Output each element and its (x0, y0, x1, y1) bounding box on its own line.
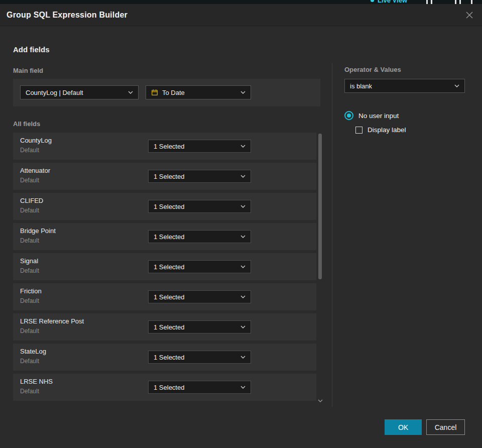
field-selection-dropdown[interactable]: 1 Selected (148, 290, 251, 303)
field-name: Signal (20, 257, 38, 265)
field-name: CLIFED (20, 197, 43, 204)
date-field-select-value: To Date (162, 89, 185, 96)
chevron-down-icon (240, 205, 246, 208)
field-selection-dropdown[interactable]: 1 Selected (148, 200, 251, 213)
field-subtitle: Default (20, 147, 39, 154)
chevron-down-icon (240, 145, 246, 148)
field-selection-value: 1 Selected (154, 263, 184, 271)
field-selection-value: 1 Selected (154, 233, 184, 241)
field-subtitle: Default (20, 297, 39, 304)
date-field-select[interactable]: To Date (146, 85, 251, 99)
field-selection-dropdown[interactable]: 1 Selected (148, 140, 251, 153)
field-subtitle: Default (20, 388, 39, 395)
field-name: Friction (20, 287, 42, 295)
screen: Live View Group SQL Expression Builder A… (0, 0, 482, 448)
scrollbar-thumb[interactable] (318, 134, 322, 279)
checkbox-label: Display label (368, 126, 406, 134)
display-label-checkbox[interactable]: Display label (355, 126, 406, 134)
all-fields-label: All fields (13, 120, 40, 128)
field-subtitle: Default (20, 358, 39, 365)
field-name: LRSE Reference Post (20, 317, 84, 325)
field-subtitle: Default (20, 327, 39, 334)
toolbar-bar-icon[interactable] (455, 0, 456, 4)
chevron-down-icon (454, 84, 459, 87)
field-selection-dropdown[interactable]: 1 Selected (148, 170, 251, 183)
chevron-down-icon (240, 265, 246, 268)
field-name: CountyLog (20, 137, 52, 144)
dialog-title: Group SQL Expression Builder (7, 11, 128, 20)
field-row-clifed: CLIFED Default 1 Selected (13, 193, 316, 220)
field-selection-value: 1 Selected (154, 203, 184, 210)
dialog-header: Group SQL Expression Builder (0, 4, 482, 26)
main-field-select[interactable]: CountyLog | Default (20, 85, 139, 99)
toolbar-bar-icon[interactable] (471, 0, 472, 4)
main-field-label: Main field (13, 67, 43, 74)
no-user-input-radio[interactable]: No user input (344, 111, 399, 120)
all-fields-list: CountyLog Default 1 Selected Attenuator … (13, 133, 316, 404)
field-row-countylog: CountyLog Default 1 Selected (13, 133, 316, 160)
field-selection-value: 1 Selected (154, 384, 184, 391)
chevron-down-icon (240, 295, 246, 298)
operator-select[interactable]: is blank (344, 79, 465, 93)
chevron-down-icon (240, 175, 246, 178)
field-subtitle: Default (20, 207, 39, 214)
live-view-label: Live View (378, 0, 407, 4)
field-selection-dropdown[interactable]: 1 Selected (148, 351, 251, 364)
field-selection-dropdown[interactable]: 1 Selected (148, 381, 251, 394)
close-icon[interactable] (465, 11, 474, 20)
field-selection-value: 1 Selected (154, 323, 184, 331)
field-row-lrse-reference-post: LRSE Reference Post Default 1 Selected (13, 313, 316, 341)
live-view-indicator[interactable]: Live View (371, 0, 407, 4)
live-dot-icon (371, 0, 374, 2)
field-row-signal: Signal Default 1 Selected (13, 253, 316, 280)
scrollbar-down-arrow-icon[interactable] (317, 396, 323, 405)
field-subtitle: Default (20, 267, 39, 274)
field-row-attenuator: Attenuator Default 1 Selected (13, 163, 316, 190)
field-name: Attenuator (20, 167, 50, 174)
field-selection-value: 1 Selected (154, 293, 184, 301)
section-title: Add fields (13, 45, 50, 54)
chevron-down-icon (240, 91, 246, 94)
field-name: StateLog (20, 348, 46, 355)
toolbar-bar-icon[interactable] (459, 0, 461, 4)
app-top-bar: Live View (0, 0, 482, 4)
field-selection-value: 1 Selected (154, 143, 184, 150)
field-selection-dropdown[interactable]: 1 Selected (148, 260, 251, 273)
field-name: Bridge Point (20, 227, 56, 235)
radio-label: No user input (358, 112, 399, 120)
column-divider (332, 63, 332, 407)
calendar-icon (151, 89, 158, 96)
chevron-down-icon (240, 356, 246, 359)
field-selection-dropdown[interactable]: 1 Selected (148, 230, 251, 243)
checkbox-unchecked-icon (355, 127, 363, 134)
chevron-down-icon (240, 325, 246, 328)
field-subtitle: Default (20, 177, 39, 184)
field-subtitle: Default (20, 237, 39, 244)
operator-select-value: is blank (350, 82, 372, 90)
toolbar-bar-icon[interactable] (426, 0, 428, 4)
main-field-panel: CountyLog | Default To Date (13, 79, 320, 106)
radio-selected-icon (344, 111, 353, 120)
field-selection-value: 1 Selected (154, 354, 184, 361)
field-row-friction: Friction Default 1 Selected (13, 283, 316, 310)
field-row-lrse-nhs: LRSE NHS Default 1 Selected (13, 374, 316, 401)
chevron-down-icon (128, 91, 133, 94)
operator-values-label: Operator & Values (344, 66, 401, 73)
group-sql-expression-builder-dialog: Group SQL Expression Builder Add fields … (0, 4, 482, 448)
field-selection-value: 1 Selected (154, 173, 184, 180)
toolbar-bar-icon[interactable] (431, 0, 432, 4)
field-row-statelog: StateLog Default 1 Selected (13, 344, 316, 371)
field-row-bridge-point: Bridge Point Default 1 Selected (13, 223, 316, 250)
field-selection-dropdown[interactable]: 1 Selected (148, 320, 251, 333)
ok-button[interactable]: OK (385, 419, 422, 435)
field-name: LRSE NHS (20, 378, 53, 385)
chevron-down-icon (240, 235, 246, 238)
cancel-button[interactable]: Cancel (426, 419, 465, 435)
main-field-select-value: CountyLog | Default (26, 89, 83, 96)
chevron-down-icon (240, 386, 246, 389)
